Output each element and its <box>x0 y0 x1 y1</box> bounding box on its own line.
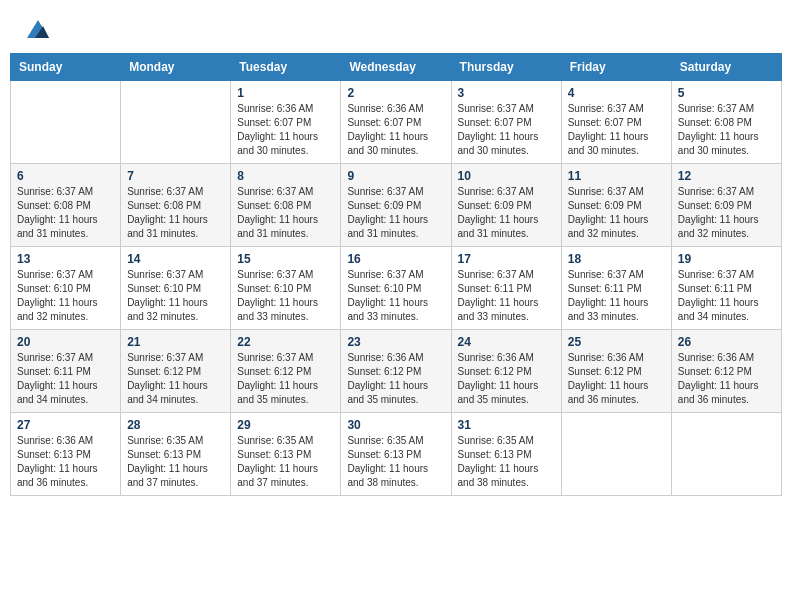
day-info: Sunrise: 6:36 AMSunset: 6:12 PMDaylight:… <box>568 351 665 407</box>
calendar-week-5: 27Sunrise: 6:36 AMSunset: 6:13 PMDayligh… <box>11 412 782 495</box>
calendar-cell: 13Sunrise: 6:37 AMSunset: 6:10 PMDayligh… <box>11 246 121 329</box>
calendar-cell: 26Sunrise: 6:36 AMSunset: 6:12 PMDayligh… <box>671 329 781 412</box>
day-number: 27 <box>17 418 114 432</box>
weekday-header-monday: Monday <box>121 53 231 80</box>
calendar-cell: 18Sunrise: 6:37 AMSunset: 6:11 PMDayligh… <box>561 246 671 329</box>
day-number: 30 <box>347 418 444 432</box>
day-number: 28 <box>127 418 224 432</box>
day-info: Sunrise: 6:35 AMSunset: 6:13 PMDaylight:… <box>237 434 334 490</box>
day-number: 20 <box>17 335 114 349</box>
logo-icon <box>27 20 49 38</box>
day-number: 9 <box>347 169 444 183</box>
day-number: 23 <box>347 335 444 349</box>
day-info: Sunrise: 6:36 AMSunset: 6:07 PMDaylight:… <box>347 102 444 158</box>
weekday-header-friday: Friday <box>561 53 671 80</box>
calendar-cell: 27Sunrise: 6:36 AMSunset: 6:13 PMDayligh… <box>11 412 121 495</box>
day-info: Sunrise: 6:37 AMSunset: 6:09 PMDaylight:… <box>678 185 775 241</box>
calendar-cell <box>121 80 231 163</box>
calendar-cell: 16Sunrise: 6:37 AMSunset: 6:10 PMDayligh… <box>341 246 451 329</box>
day-info: Sunrise: 6:35 AMSunset: 6:13 PMDaylight:… <box>458 434 555 490</box>
calendar-cell: 15Sunrise: 6:37 AMSunset: 6:10 PMDayligh… <box>231 246 341 329</box>
day-number: 1 <box>237 86 334 100</box>
calendar-cell: 9Sunrise: 6:37 AMSunset: 6:09 PMDaylight… <box>341 163 451 246</box>
day-info: Sunrise: 6:37 AMSunset: 6:11 PMDaylight:… <box>17 351 114 407</box>
day-info: Sunrise: 6:37 AMSunset: 6:08 PMDaylight:… <box>678 102 775 158</box>
day-number: 18 <box>568 252 665 266</box>
day-number: 19 <box>678 252 775 266</box>
calendar-body: 1Sunrise: 6:36 AMSunset: 6:07 PMDaylight… <box>11 80 782 495</box>
day-info: Sunrise: 6:37 AMSunset: 6:09 PMDaylight:… <box>458 185 555 241</box>
calendar-cell: 10Sunrise: 6:37 AMSunset: 6:09 PMDayligh… <box>451 163 561 246</box>
day-info: Sunrise: 6:37 AMSunset: 6:08 PMDaylight:… <box>237 185 334 241</box>
weekday-header-wednesday: Wednesday <box>341 53 451 80</box>
day-info: Sunrise: 6:37 AMSunset: 6:10 PMDaylight:… <box>347 268 444 324</box>
calendar-cell <box>11 80 121 163</box>
calendar-week-4: 20Sunrise: 6:37 AMSunset: 6:11 PMDayligh… <box>11 329 782 412</box>
day-info: Sunrise: 6:37 AMSunset: 6:07 PMDaylight:… <box>568 102 665 158</box>
day-info: Sunrise: 6:37 AMSunset: 6:11 PMDaylight:… <box>458 268 555 324</box>
calendar-cell: 12Sunrise: 6:37 AMSunset: 6:09 PMDayligh… <box>671 163 781 246</box>
day-number: 21 <box>127 335 224 349</box>
day-info: Sunrise: 6:36 AMSunset: 6:13 PMDaylight:… <box>17 434 114 490</box>
calendar-cell: 14Sunrise: 6:37 AMSunset: 6:10 PMDayligh… <box>121 246 231 329</box>
day-info: Sunrise: 6:37 AMSunset: 6:10 PMDaylight:… <box>237 268 334 324</box>
day-number: 24 <box>458 335 555 349</box>
day-number: 31 <box>458 418 555 432</box>
calendar-cell: 28Sunrise: 6:35 AMSunset: 6:13 PMDayligh… <box>121 412 231 495</box>
calendar-cell: 1Sunrise: 6:36 AMSunset: 6:07 PMDaylight… <box>231 80 341 163</box>
day-number: 29 <box>237 418 334 432</box>
day-info: Sunrise: 6:36 AMSunset: 6:07 PMDaylight:… <box>237 102 334 158</box>
day-number: 26 <box>678 335 775 349</box>
day-number: 3 <box>458 86 555 100</box>
day-number: 22 <box>237 335 334 349</box>
day-info: Sunrise: 6:37 AMSunset: 6:12 PMDaylight:… <box>127 351 224 407</box>
day-info: Sunrise: 6:37 AMSunset: 6:12 PMDaylight:… <box>237 351 334 407</box>
day-number: 5 <box>678 86 775 100</box>
day-info: Sunrise: 6:37 AMSunset: 6:09 PMDaylight:… <box>347 185 444 241</box>
day-number: 2 <box>347 86 444 100</box>
day-info: Sunrise: 6:37 AMSunset: 6:07 PMDaylight:… <box>458 102 555 158</box>
weekday-header-saturday: Saturday <box>671 53 781 80</box>
day-number: 16 <box>347 252 444 266</box>
calendar-cell: 20Sunrise: 6:37 AMSunset: 6:11 PMDayligh… <box>11 329 121 412</box>
calendar-cell: 4Sunrise: 6:37 AMSunset: 6:07 PMDaylight… <box>561 80 671 163</box>
calendar-week-1: 1Sunrise: 6:36 AMSunset: 6:07 PMDaylight… <box>11 80 782 163</box>
calendar-cell: 19Sunrise: 6:37 AMSunset: 6:11 PMDayligh… <box>671 246 781 329</box>
day-number: 6 <box>17 169 114 183</box>
day-number: 11 <box>568 169 665 183</box>
day-info: Sunrise: 6:37 AMSunset: 6:09 PMDaylight:… <box>568 185 665 241</box>
day-number: 25 <box>568 335 665 349</box>
calendar-cell: 7Sunrise: 6:37 AMSunset: 6:08 PMDaylight… <box>121 163 231 246</box>
day-info: Sunrise: 6:35 AMSunset: 6:13 PMDaylight:… <box>127 434 224 490</box>
calendar-cell: 8Sunrise: 6:37 AMSunset: 6:08 PMDaylight… <box>231 163 341 246</box>
day-number: 8 <box>237 169 334 183</box>
logo-text <box>25 20 49 43</box>
day-info: Sunrise: 6:36 AMSunset: 6:12 PMDaylight:… <box>347 351 444 407</box>
calendar-cell: 11Sunrise: 6:37 AMSunset: 6:09 PMDayligh… <box>561 163 671 246</box>
calendar-cell: 17Sunrise: 6:37 AMSunset: 6:11 PMDayligh… <box>451 246 561 329</box>
calendar-cell: 24Sunrise: 6:36 AMSunset: 6:12 PMDayligh… <box>451 329 561 412</box>
calendar-cell: 21Sunrise: 6:37 AMSunset: 6:12 PMDayligh… <box>121 329 231 412</box>
day-number: 14 <box>127 252 224 266</box>
day-info: Sunrise: 6:37 AMSunset: 6:08 PMDaylight:… <box>127 185 224 241</box>
day-info: Sunrise: 6:37 AMSunset: 6:10 PMDaylight:… <box>17 268 114 324</box>
calendar-cell: 30Sunrise: 6:35 AMSunset: 6:13 PMDayligh… <box>341 412 451 495</box>
day-info: Sunrise: 6:35 AMSunset: 6:13 PMDaylight:… <box>347 434 444 490</box>
weekday-header-tuesday: Tuesday <box>231 53 341 80</box>
calendar-cell: 25Sunrise: 6:36 AMSunset: 6:12 PMDayligh… <box>561 329 671 412</box>
calendar-cell: 31Sunrise: 6:35 AMSunset: 6:13 PMDayligh… <box>451 412 561 495</box>
day-info: Sunrise: 6:37 AMSunset: 6:08 PMDaylight:… <box>17 185 114 241</box>
day-info: Sunrise: 6:36 AMSunset: 6:12 PMDaylight:… <box>458 351 555 407</box>
calendar-week-3: 13Sunrise: 6:37 AMSunset: 6:10 PMDayligh… <box>11 246 782 329</box>
page-header <box>10 10 782 48</box>
calendar-week-2: 6Sunrise: 6:37 AMSunset: 6:08 PMDaylight… <box>11 163 782 246</box>
day-number: 13 <box>17 252 114 266</box>
day-number: 4 <box>568 86 665 100</box>
day-number: 17 <box>458 252 555 266</box>
calendar-cell: 23Sunrise: 6:36 AMSunset: 6:12 PMDayligh… <box>341 329 451 412</box>
day-info: Sunrise: 6:36 AMSunset: 6:12 PMDaylight:… <box>678 351 775 407</box>
day-info: Sunrise: 6:37 AMSunset: 6:11 PMDaylight:… <box>678 268 775 324</box>
calendar-table: SundayMondayTuesdayWednesdayThursdayFrid… <box>10 53 782 496</box>
day-number: 7 <box>127 169 224 183</box>
calendar-cell: 22Sunrise: 6:37 AMSunset: 6:12 PMDayligh… <box>231 329 341 412</box>
